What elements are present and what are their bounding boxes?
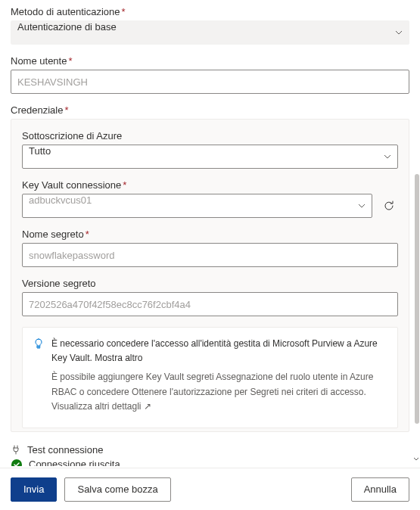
- submit-button[interactable]: Invia: [11, 477, 57, 502]
- connection-status: Connessione riuscita. ...: [11, 459, 409, 466]
- secret-name-input[interactable]: [22, 243, 398, 267]
- info-text-secondary: È possibile aggiungere Key Vault segreti…: [51, 370, 387, 414]
- secret-name-label: Nome segreto*: [22, 229, 398, 240]
- footer: Invia Salva come bozza Annulla: [0, 468, 420, 510]
- username-label: Nome utente*: [11, 55, 409, 67]
- required-asterisk: *: [86, 229, 89, 240]
- required-asterisk: *: [123, 179, 126, 191]
- success-icon: [11, 459, 23, 466]
- cancel-button[interactable]: Annulla: [351, 477, 409, 502]
- keyvault-select[interactable]: adbuckvcus01: [22, 194, 372, 218]
- required-asterisk: *: [122, 6, 126, 17]
- subscription-select[interactable]: Tutto: [22, 145, 398, 169]
- keyvault-label: Key Vault connessione*: [22, 179, 398, 191]
- test-connection-link[interactable]: Test connessione: [11, 444, 409, 456]
- subscription-label: Sottoscrizione di Azure: [22, 130, 398, 141]
- credential-panel: Sottoscrizione di Azure Tutto Key Vault …: [11, 119, 409, 432]
- refresh-icon: [383, 200, 395, 212]
- required-asterisk: *: [64, 104, 68, 116]
- scrollbar[interactable]: [414, 174, 420, 454]
- required-asterisk: *: [68, 55, 72, 67]
- secret-version-input[interactable]: [22, 292, 398, 316]
- scroll-down-arrow[interactable]: [412, 456, 420, 463]
- scrollbar-thumb[interactable]: [415, 174, 419, 424]
- auth-method-select[interactable]: Autenticazione di base: [11, 20, 409, 45]
- info-box: È necessario concedere l'accesso all'ide…: [22, 327, 398, 428]
- secret-version-label: Versione segreto: [22, 278, 398, 289]
- lightbulb-icon: [33, 338, 44, 418]
- info-text-primary: È necessario concedere l'accesso all'ide…: [51, 337, 387, 365]
- refresh-button[interactable]: [380, 197, 398, 215]
- credential-label: Credenziale*: [11, 104, 409, 116]
- username-input[interactable]: [11, 70, 409, 94]
- plug-icon: [11, 444, 21, 455]
- save-draft-button[interactable]: Salva come bozza: [64, 477, 170, 502]
- auth-method-label: Metodo di autenticazione*: [11, 6, 409, 17]
